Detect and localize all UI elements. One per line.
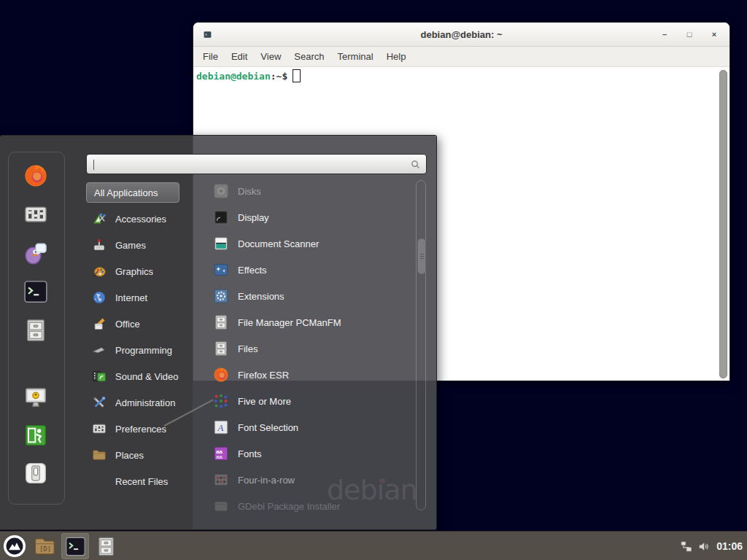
menu-session-buttons — [23, 385, 48, 486]
category-label: Office — [115, 319, 140, 330]
terminal-menubar: FileEditViewSearchTerminalHelp — [193, 47, 729, 67]
taskbar-terminal-window-button[interactable] — [61, 533, 89, 559]
terminal-scrollbar-track[interactable] — [719, 68, 729, 380]
font-selection-icon: A — [213, 419, 229, 435]
app-effects[interactable]: Effects — [213, 257, 416, 283]
category-graphics[interactable]: Graphics — [86, 258, 196, 284]
menubar-item-file[interactable]: File — [196, 48, 225, 65]
app-gdebi-package-installer[interactable]: GDebi Package Installer — [213, 493, 416, 519]
graphics-icon — [92, 264, 107, 279]
pidgin-icon — [23, 241, 48, 265]
office-icon — [92, 316, 107, 331]
app-label: Four-in-a-row — [238, 475, 295, 486]
menu-scrollbar-track[interactable] — [416, 180, 426, 510]
favorite-file-manager[interactable] — [23, 318, 48, 343]
effects-icon — [213, 262, 229, 278]
file-cabinet-icon — [213, 314, 229, 330]
preferences-icon — [23, 202, 48, 227]
preferences-icon — [92, 421, 107, 436]
category-recent-files[interactable]: Recent Files — [86, 468, 196, 494]
administration-icon — [92, 395, 107, 410]
category-sound-video[interactable]: Sound & Video — [86, 363, 196, 389]
terminal-prompt: debian@debian:~$ — [196, 69, 301, 82]
accessories-icon — [92, 211, 107, 226]
files-folder-launcher[interactable]: [D] — [31, 533, 58, 559]
category-games[interactable]: Games — [86, 232, 196, 258]
favorite-pidgin[interactable] — [23, 241, 48, 265]
category-office[interactable]: Office — [86, 311, 196, 337]
menubar-item-help[interactable]: Help — [380, 48, 413, 65]
menubar-item-search[interactable]: Search — [287, 48, 330, 65]
taskbar-clock[interactable]: 01:06 — [715, 540, 744, 552]
app-label: Display — [238, 212, 269, 223]
doc-scanner-icon — [213, 236, 229, 252]
app-four-in-a-row[interactable]: Four-in-a-row — [213, 467, 416, 493]
app-disks[interactable]: Disks — [213, 178, 416, 204]
app-firefox-esr[interactable]: Firefox ESR — [213, 362, 416, 388]
category-preferences[interactable]: Preferences — [86, 416, 196, 442]
category-label: Internet — [115, 292, 147, 303]
category-administration[interactable]: Administration — [86, 389, 196, 416]
menu-scrollbar-thumb[interactable] — [417, 238, 426, 274]
menubar-item-terminal[interactable]: Terminal — [331, 48, 380, 65]
terminal-cursor — [293, 69, 301, 82]
app-list: DisksDisplayDocument ScannerEffectsExten… — [213, 178, 416, 519]
menu-logo-icon — [3, 534, 26, 558]
lock-screen-button[interactable] — [23, 385, 48, 410]
terminal-icon — [23, 279, 48, 304]
favorite-terminal[interactable] — [23, 279, 48, 304]
app-fonts[interactable]: aaaaFonts — [213, 440, 416, 467]
terminal-window-icon — [203, 29, 212, 39]
shutdown-icon — [24, 462, 47, 485]
volume-tray-icon[interactable] — [697, 540, 710, 553]
menu-launcher[interactable] — [1, 533, 28, 559]
app-label: Extensions — [238, 291, 285, 302]
svg-text:[D]: [D] — [39, 545, 51, 553]
category-all-applications[interactable]: All Applications — [86, 182, 179, 203]
category-accessories[interactable]: Accessories — [86, 206, 196, 232]
category-programming[interactable]: Programming — [86, 337, 196, 363]
app-label: Files — [238, 343, 258, 354]
application-menu: All Applications AccessoriesGamesGraphic… — [0, 135, 437, 530]
minimize-button[interactable]: – — [657, 26, 673, 42]
disks-icon — [213, 183, 229, 199]
terminal-scrollbar-thumb[interactable] — [719, 70, 727, 378]
window-title: debian@debian: ~ — [193, 29, 729, 40]
app-label: File Manager PCManFM — [238, 317, 341, 328]
category-label: Places — [115, 450, 144, 461]
shutdown-button[interactable] — [23, 461, 48, 486]
five-or-more-icon — [213, 393, 229, 409]
menubar-item-view[interactable]: View — [254, 48, 287, 65]
favorite-preferences[interactable] — [23, 202, 48, 227]
network-icon — [680, 540, 692, 553]
app-label: Five or More — [238, 396, 291, 407]
display-icon — [213, 209, 229, 225]
all-applications-label: All Applications — [94, 187, 158, 198]
favorite-firefox[interactable] — [23, 163, 48, 188]
terminal-titlebar[interactable]: debian@debian: ~ –□× — [193, 23, 729, 47]
gdebi-icon — [213, 498, 229, 514]
app-extensions[interactable]: Extensions — [213, 283, 416, 309]
category-internet[interactable]: Internet — [86, 284, 196, 311]
fonts-icon: aaaa — [213, 446, 229, 462]
app-document-scanner[interactable]: Document Scanner — [213, 230, 416, 257]
logout-button[interactable] — [23, 423, 48, 448]
search-input[interactable] — [86, 154, 427, 174]
maximize-button[interactable]: □ — [681, 26, 697, 42]
app-label: Font Selection — [238, 422, 298, 433]
category-label: Sound & Video — [115, 371, 179, 382]
app-five-or-more[interactable]: Five or More — [213, 388, 416, 414]
close-button[interactable]: × — [706, 26, 722, 42]
category-places[interactable]: Places — [86, 442, 196, 468]
menubar-item-edit[interactable]: Edit — [225, 48, 254, 65]
terminal-icon — [65, 536, 86, 557]
category-list: AccessoriesGamesGraphicsInternetOfficePr… — [86, 206, 196, 494]
app-display[interactable]: Display — [213, 204, 416, 230]
app-files[interactable]: Files — [213, 335, 416, 362]
taskbar-file-manager-window-button[interactable] — [92, 533, 120, 559]
taskbar-tray: 01:06 — [680, 532, 744, 560]
svg-text:aa: aa — [216, 454, 222, 460]
app-file-manager-pcmanfm[interactable]: File Manager PCManFM — [213, 309, 416, 335]
network-tray-icon[interactable] — [680, 540, 692, 553]
app-font-selection[interactable]: AFont Selection — [213, 414, 416, 440]
